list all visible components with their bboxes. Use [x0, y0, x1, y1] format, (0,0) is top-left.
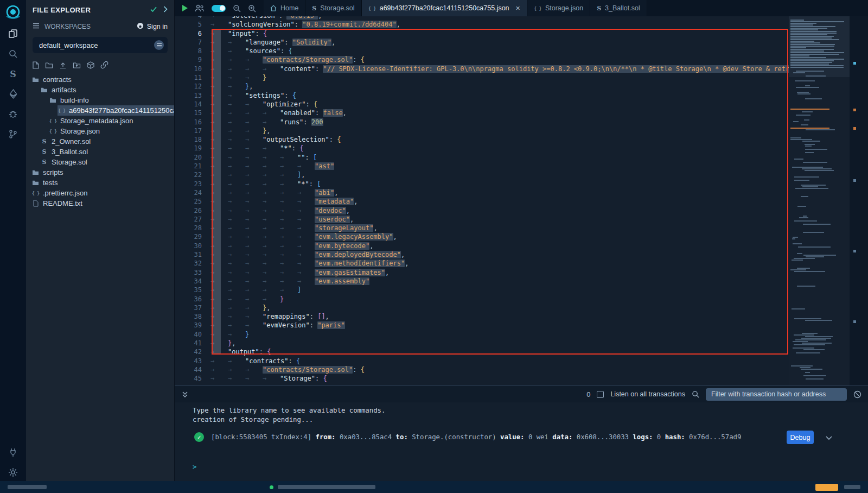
tree-item-Storage.sol[interactable]: SStorage.sol [40, 157, 174, 167]
tab-indent-icon: → [297, 162, 315, 170]
listen-checkbox[interactable] [597, 391, 604, 398]
scrollbar[interactable] [850, 16, 868, 385]
tab-indent-icon: → [245, 100, 263, 109]
editor-toggle[interactable] [212, 5, 226, 12]
terminal-output: Type the library name to see available c… [175, 402, 868, 481]
new-file-icon[interactable] [33, 61, 39, 69]
editor-toolbar: HomeSStorage.sol{ }a69b43f277ba20fcac141… [175, 0, 868, 16]
tree-item-artifacts[interactable]: artifacts [40, 85, 174, 95]
tab-indent-icon: → [245, 277, 263, 286]
tab-indent-icon: → [280, 180, 297, 188]
tab-Home[interactable]: Home [264, 0, 305, 16]
ipfs-import-icon[interactable] [87, 61, 94, 69]
terminal-prompt[interactable]: > [193, 463, 196, 471]
solidity-compiler-icon[interactable]: S [4, 65, 22, 83]
git-icon[interactable] [4, 125, 22, 143]
users-icon[interactable] [195, 4, 205, 12]
close-tab-icon[interactable]: × [516, 4, 520, 12]
file-explorer-icon[interactable] [4, 25, 22, 42]
code-line: 4→"solcVersion": "0.8.19", [175, 16, 868, 20]
code-editor[interactable]: 4→"solcVersion": "0.8.19",5→"solcLongVer… [175, 16, 868, 385]
tab-indent-icon: → [245, 65, 263, 73]
check-icon[interactable] [150, 5, 157, 15]
line-number: 28 [175, 224, 202, 232]
upload-file-icon[interactable] [59, 61, 67, 69]
tab-indent-icon: → [245, 55, 263, 64]
plugin-manager-icon[interactable] [4, 444, 22, 461]
tree-item-a69b43f277ba20fcac141151250ca7...[interactable]: { }a69b43f277ba20fcac141151250ca7... [58, 105, 174, 116]
terminal-collapse-icon[interactable] [181, 390, 189, 398]
settings-icon[interactable] [4, 464, 22, 481]
workspace-options-icon[interactable] [154, 40, 164, 50]
tab-indent-icon: → [228, 180, 245, 188]
tab-indent-icon: → [263, 162, 280, 170]
tree-item-README.txt[interactable]: README.txt [31, 198, 174, 208]
remix-logo[interactable] [3, 3, 23, 22]
upload-folder-icon[interactable] [73, 61, 81, 68]
line-number: 9 [175, 55, 202, 64]
tab-a69b43f277ba20fcac141151250ca755.json[interactable]: { }a69b43f277ba20fcac141151250ca755.json… [362, 0, 527, 16]
tab-indent-icon: → [280, 224, 297, 232]
tab-indent-icon: → [228, 286, 245, 294]
tab-indent-icon: → [263, 180, 280, 188]
code-line: 45→→→→"Storage": { [175, 374, 868, 383]
new-folder-icon[interactable] [45, 62, 53, 68]
deploy-run-icon[interactable] [4, 85, 22, 103]
tree-item-tests[interactable]: tests [31, 178, 174, 188]
tab-bar: HomeSStorage.sol{ }a69b43f277ba20fcac141… [264, 0, 647, 16]
tab-Storage.json[interactable]: { }Storage.json [527, 0, 590, 16]
zoom-in-icon[interactable] [248, 4, 256, 12]
tab-indent-icon: → [245, 73, 263, 82]
line-number: 35 [175, 286, 202, 294]
success-check-icon[interactable]: ✓ [194, 432, 204, 442]
file-tree: contractsartifactsbuild-info{ }a69b43f27… [26, 73, 174, 481]
tree-item-scripts[interactable]: scripts [31, 167, 174, 178]
sol-icon: S [40, 148, 48, 155]
tab-indent-icon: → [245, 365, 263, 374]
tab-indent-icon: → [210, 16, 228, 20]
json-icon: { } [534, 5, 541, 11]
menu-icon[interactable] [33, 23, 40, 30]
line-number: 29 [175, 232, 202, 241]
tab-indent-icon: → [228, 259, 245, 268]
line-number: 33 [175, 268, 202, 277]
workspace-select[interactable]: default_workspace [33, 37, 168, 53]
link-icon[interactable] [100, 61, 108, 69]
tree-item-Storage.json[interactable]: { }Storage.json [49, 126, 174, 136]
debugger-icon[interactable] [4, 105, 22, 123]
tree-item-contracts[interactable]: contracts [31, 74, 174, 85]
tree-item-Storage_metadata.json[interactable]: { }Storage_metadata.json [49, 116, 174, 126]
tree-item-build-info[interactable]: build-info [49, 95, 174, 105]
tree-item-2_Owner.sol[interactable]: S2_Owner.sol [40, 136, 174, 147]
tree-item-3_Ballot.sol[interactable]: S3_Ballot.sol [40, 147, 174, 157]
chevron-right-icon[interactable] [163, 5, 168, 15]
tab-indent-icon: → [228, 277, 245, 286]
search-icon[interactable] [4, 45, 22, 62]
clear-icon[interactable] [853, 390, 861, 399]
debug-button[interactable]: Debug [787, 431, 814, 444]
minimap[interactable] [789, 16, 850, 385]
tab-3_Ballot.sol[interactable]: S3_Ballot.sol [590, 0, 647, 16]
code-line: 17→→→}, [175, 127, 868, 135]
run-script-button[interactable] [182, 5, 188, 11]
code-line: 36→→→→} [175, 295, 868, 304]
code-line: 37→→→}, [175, 304, 868, 312]
tab-indent-icon: → [228, 224, 245, 232]
tree-item-.prettierrc.json[interactable]: { }.prettierrc.json [31, 188, 174, 198]
tab-indent-icon: → [210, 374, 228, 383]
tab-Storage.sol[interactable]: SStorage.sol [305, 0, 361, 16]
tab-indent-icon: → [263, 295, 280, 304]
code-line: 8→→"sources": { [175, 47, 868, 55]
filter-input[interactable] [706, 388, 847, 401]
chevron-down-icon[interactable] [826, 434, 832, 442]
code-line: 21→→→→→→"ast" [175, 162, 868, 170]
search-icon[interactable] [692, 390, 699, 398]
line-number: 20 [175, 153, 202, 162]
zoom-out-icon[interactable] [233, 4, 241, 12]
sign-in-button[interactable]: Sign in [137, 22, 168, 31]
file-actions-toolbar [26, 55, 174, 73]
tab-indent-icon: → [280, 206, 297, 215]
status-badge[interactable] [815, 484, 838, 491]
tab-indent-icon: → [245, 127, 263, 135]
tab-indent-icon: → [228, 82, 245, 91]
